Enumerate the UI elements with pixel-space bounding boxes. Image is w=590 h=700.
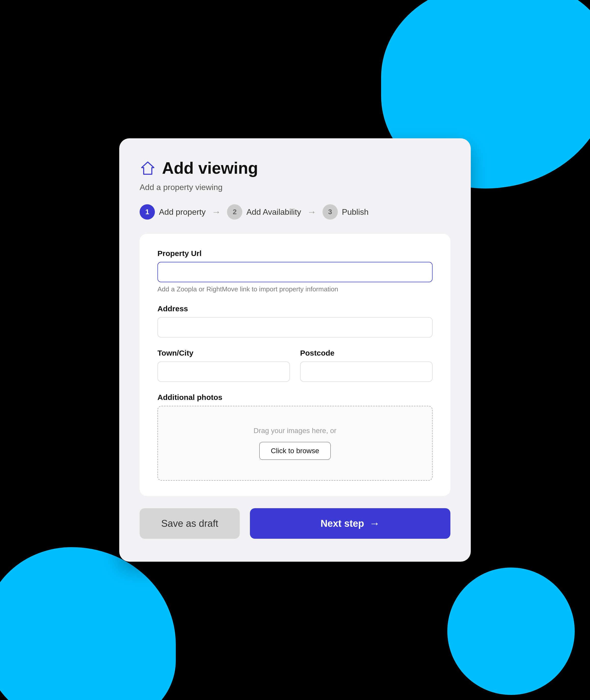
town-city-input[interactable] — [158, 362, 290, 382]
form-card: Property Url Add a Zoopla or RightMove l… — [139, 234, 451, 496]
step-arrow-1: → — [212, 207, 221, 217]
step-arrow-2: → — [307, 207, 316, 217]
next-step-arrow-icon: → — [369, 517, 380, 529]
town-city-label: Town/City — [158, 349, 290, 358]
additional-photos-group: Additional photos Drag your images here,… — [158, 393, 432, 481]
modal-header: Add viewing — [139, 159, 451, 178]
address-group: Address — [158, 304, 432, 337]
property-url-label: Property Url — [158, 249, 432, 258]
step-3: 3 Publish — [322, 204, 369, 220]
property-url-hint: Add a Zoopla or RightMove link to import… — [158, 285, 432, 293]
next-step-label: Next step — [320, 518, 364, 529]
step-3-circle: 3 — [322, 204, 338, 220]
browse-button[interactable]: Click to browse — [259, 442, 331, 460]
address-input[interactable] — [158, 317, 432, 337]
step-1-circle: 1 — [139, 204, 155, 220]
address-label: Address — [158, 304, 432, 313]
postcode-label: Postcode — [300, 349, 432, 358]
property-url-group: Property Url Add a Zoopla or RightMove l… — [158, 249, 432, 293]
postcode-group: Postcode — [300, 349, 432, 393]
background-blob-bottom-right — [447, 568, 575, 695]
step-1: 1 Add property — [139, 204, 206, 220]
step-2-circle: 2 — [227, 204, 242, 220]
dropzone-text: Drag your images here, or — [254, 427, 336, 435]
next-step-button[interactable]: Next step → — [250, 508, 451, 539]
step-3-label: Publish — [342, 207, 369, 217]
house-icon — [139, 160, 156, 176]
modal-title: Add viewing — [162, 159, 258, 178]
step-2-label: Add Availability — [247, 207, 301, 217]
save-draft-button[interactable]: Save as draft — [139, 508, 240, 539]
modal-subtitle: Add a property viewing — [139, 183, 451, 192]
additional-photos-label: Additional photos — [158, 393, 432, 402]
modal-container: Add viewing Add a property viewing 1 Add… — [119, 138, 471, 562]
property-url-input[interactable] — [158, 262, 432, 282]
dropzone[interactable]: Drag your images here, or Click to brows… — [158, 406, 432, 481]
stepper: 1 Add property → 2 Add Availability → 3 … — [139, 204, 451, 220]
footer-buttons: Save as draft Next step → — [139, 508, 451, 539]
town-city-group: Town/City — [158, 349, 290, 382]
town-postcode-row: Town/City Postcode — [158, 349, 432, 393]
step-1-label: Add property — [159, 207, 206, 217]
step-2: 2 Add Availability — [227, 204, 301, 220]
background-blob-bottom-left — [0, 547, 176, 700]
postcode-input[interactable] — [300, 362, 432, 382]
